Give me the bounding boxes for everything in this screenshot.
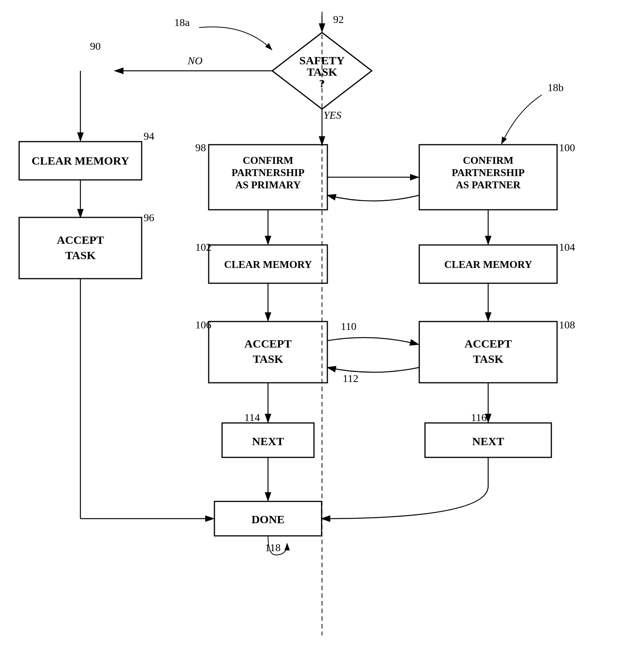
clear-memory-94-label: CLEAR MEMORY: [32, 154, 129, 167]
arrow-18b: [502, 95, 542, 144]
safety-task-label-line1: SAFETY: [299, 54, 345, 67]
label-90: 90: [90, 40, 101, 52]
label-112: 112: [343, 372, 358, 384]
label-18a: 18a: [174, 16, 190, 28]
label-18b: 18b: [548, 82, 564, 93]
label-104: 104: [559, 241, 575, 253]
confirm-primary-line3: AS PRIMARY: [235, 179, 301, 191]
confirm-partner-line3: AS PARTNER: [456, 179, 521, 191]
label-108: 108: [559, 319, 575, 331]
arrow-108-to-106: [327, 367, 419, 372]
label-110: 110: [341, 320, 356, 332]
done-118-label: DONE: [252, 513, 285, 526]
accept-task-108-box: [419, 322, 557, 383]
label-98: 98: [195, 142, 206, 153]
accept-task-106-box: [209, 322, 327, 383]
accept-task-106-line2: TASK: [253, 353, 283, 365]
confirm-primary-line2: PARTNERSHIP: [232, 167, 305, 178]
next-114-label: NEXT: [252, 435, 284, 447]
label-106: 106: [195, 319, 211, 331]
safety-task-label-line3: ?: [319, 77, 325, 90]
label-118: 118: [265, 542, 281, 553]
confirm-partner-line1: CONFIRM: [463, 155, 513, 166]
label-no: NO: [187, 55, 203, 67]
safety-task-label-line2: TASK: [307, 65, 337, 78]
label-116: 116: [471, 411, 487, 423]
label-94: 94: [144, 130, 154, 142]
accept-task-108-line1: ACCEPT: [464, 337, 512, 350]
accept-task-96-line1: ACCEPT: [57, 233, 104, 246]
arrow-116-to-done: [322, 457, 488, 519]
label-92: 92: [333, 13, 344, 25]
confirm-partner-line2: PARTNERSHIP: [452, 167, 525, 178]
accept-task-96-line2: TASK: [65, 249, 96, 261]
arrow-106-to-108: [327, 338, 418, 344]
confirm-primary-line1: CONFIRM: [243, 155, 293, 166]
clear-memory-104-label: CLEAR MEMORY: [444, 259, 532, 270]
label-100: 100: [559, 142, 575, 153]
arrow-18a: [199, 27, 272, 50]
accept-task-106-line1: ACCEPT: [244, 337, 291, 350]
flowchart: SAFETY TASK ? 92 18a NO 90 CLEAR MEMORY …: [0, 0, 644, 648]
label-102: 102: [195, 241, 211, 253]
label-yes: YES: [324, 109, 342, 121]
label-114: 114: [244, 411, 260, 423]
arrow-partner-to-primary: [327, 195, 419, 201]
clear-memory-102-label: CLEAR MEMORY: [224, 259, 312, 270]
accept-task-96-box: [19, 217, 142, 279]
accept-task-108-line2: TASK: [473, 353, 503, 365]
label-96: 96: [144, 212, 154, 224]
next-116-label: NEXT: [472, 435, 504, 447]
